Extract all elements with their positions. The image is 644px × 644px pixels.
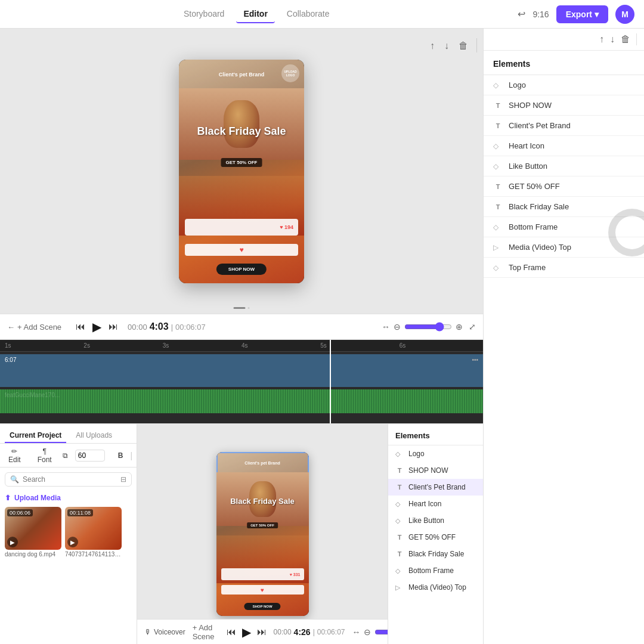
delete-button[interactable]: 🗑 [456, 38, 470, 54]
dog-image-area [179, 88, 304, 160]
bottom-element-get-off[interactable]: T GET 50% OFF [388, 529, 483, 546]
text-icon-brand: T [395, 484, 404, 491]
bottom-element-bottom-frame[interactable]: ◇ Bottom Frame [388, 562, 483, 579]
timeline-cursor[interactable] [330, 340, 331, 423]
top-element-label-brand: Client's Pet Brand [509, 121, 571, 130]
tick-6s: 6s [400, 342, 478, 349]
top-move-up-button[interactable]: ↑ [599, 34, 604, 45]
top-elements-title: Elements [484, 51, 644, 75]
phone-heart-bar: ♥ 194 [185, 219, 298, 236]
voiceover-button[interactable]: 🎙 Voiceover [144, 628, 185, 636]
top-element-label-bottom-frame: Bottom Frame [509, 222, 558, 231]
add-scene-top[interactable]: ← + Add Scene [7, 323, 61, 332]
top-element-heart[interactable]: ◇ Heart Icon [484, 136, 644, 156]
top-element-label-top-frame: Top Frame [509, 263, 546, 272]
tab-current-project[interactable]: Current Project [5, 429, 66, 443]
copy-icon-button[interactable]: ⧉ [59, 449, 72, 462]
shape-icon-heart: ◇ [395, 500, 404, 508]
bottom-zoom-slider[interactable] [374, 627, 388, 637]
bottom-elements-title: Elements [388, 424, 483, 445]
undo-button[interactable]: ↩ [518, 8, 525, 20]
nav-tabs: Storyboard Editor Collaborate [10, 5, 503, 23]
top-element-like[interactable]: ◇ Like Button [484, 156, 644, 177]
top-element-get-off[interactable]: T GET 50% OFF [484, 177, 644, 197]
tab-editor[interactable]: Editor [236, 5, 274, 23]
timeline-audio-track[interactable]: featGucciMane170... [0, 389, 483, 413]
bold-button[interactable]: B [114, 449, 127, 462]
zoom-slider[interactable] [404, 322, 452, 332]
separator-line: | [130, 451, 132, 460]
font-size-input[interactable] [75, 450, 105, 462]
upload-media-button[interactable]: ⬆ Upload Media [5, 494, 132, 502]
thumb-duration-2: 00:11:08 [67, 509, 93, 516]
bottom-element-shop-now[interactable]: T SHOP NOW [388, 462, 483, 479]
top-elements-panel: ↑ ↓ 🗑 Elements ◇ Logo T SHOP NOW T Clien… [483, 29, 644, 644]
bottom-fit-button[interactable]: ↔ [352, 627, 360, 637]
add-scene-bottom[interactable]: + Add Scene [193, 623, 215, 641]
edit-button[interactable]: ✏ Edit [5, 445, 24, 466]
timecode-display: 00:00 4:03 | 00:06:07 [128, 321, 206, 332]
bottom-play-button[interactable]: ▶ [242, 625, 251, 639]
filter-icon[interactable]: ⊟ [120, 475, 126, 484]
top-video-icon-media-top: ▷ [493, 243, 503, 252]
tick-2s: 2s [83, 342, 162, 349]
thumb-play-1[interactable]: ▶ [7, 537, 18, 547]
font-button[interactable]: ¶ Font [34, 445, 55, 466]
top-move-down-button[interactable]: ↓ [610, 34, 615, 45]
tab-storyboard[interactable]: Storyboard [177, 5, 231, 23]
bottom-element-logo[interactable]: ◇ Logo [388, 445, 483, 462]
top-element-top-frame[interactable]: ◇ Top Frame [484, 258, 644, 278]
bottom-element-media-top[interactable]: ▷ Media (Video) Top [388, 579, 483, 596]
top-delete-button[interactable]: 🗑 [621, 34, 630, 45]
bottom-element-like[interactable]: ◇ Like Button [388, 512, 483, 529]
timecode-total: 00:06:07 [175, 323, 206, 332]
bottom-element-brand[interactable]: T Client's Pet Brand [388, 479, 483, 496]
tab-all-uploads[interactable]: All Uploads [71, 429, 117, 443]
bottom-fast-forward-button[interactable]: ⏭ [257, 627, 267, 637]
media-thumb-2[interactable]: 00:11:08 ▶ [65, 507, 122, 550]
top-element-logo[interactable]: ◇ Logo [484, 75, 644, 95]
rewind-button[interactable]: ⏮ [76, 321, 85, 332]
search-box: 🔍 ⊟ [5, 472, 132, 487]
timecode-current: 4:03 [150, 321, 169, 332]
search-input[interactable] [23, 475, 117, 484]
tick-5s: 5s [320, 342, 399, 349]
audio-waveform [0, 389, 483, 413]
move-up-button[interactable]: ↑ [428, 38, 437, 54]
bottom-element-black-friday[interactable]: T Black Friday Sale [388, 546, 483, 562]
main-area: ↑ ↓ 🗑 Client's pet Brand UPLOAD LOGO [0, 29, 644, 644]
timeline-area[interactable]: 1s 2s 3s 4s 5s 6s 6:07 ••• featGucciMane… [0, 340, 483, 423]
top-text-icon-black-friday: T [493, 203, 503, 210]
bottom-rewind-button[interactable]: ⏮ [227, 627, 236, 637]
preview-toolbar: ↑ ↓ 🗑 [423, 33, 483, 58]
move-down-button[interactable]: ↓ [442, 38, 451, 54]
phone-heart-count: ♥ 194 [280, 224, 293, 230]
thumb-play-2[interactable]: ▶ [67, 537, 78, 547]
top-panel-toolbar: ↑ ↓ 🗑 [484, 29, 644, 51]
bottom-zoom-out-button[interactable]: ⊖ [364, 627, 371, 637]
media-thumb-1[interactable]: 00:06:06 ▶ [5, 507, 61, 550]
thumb-label-2: 7407371476141133... [65, 551, 122, 558]
top-element-brand[interactable]: T Client's Pet Brand [484, 116, 644, 136]
top-element-label-logo: Logo [509, 80, 526, 89]
export-label: Export [566, 10, 592, 19]
export-button[interactable]: Export ▾ [556, 5, 608, 23]
zoom-out-button[interactable]: ⊖ [394, 322, 401, 332]
time-display: 9:16 [532, 10, 549, 19]
tab-collaborate[interactable]: Collaborate [280, 5, 337, 23]
top-text-icon-brand: T [493, 122, 503, 129]
track-overflow-icon: ••• [472, 357, 478, 363]
element-label-bottom-frame: Bottom Frame [408, 566, 454, 575]
timeline-video-track[interactable]: 6:07 ••• [0, 354, 483, 387]
bottom-element-heart[interactable]: ◇ Heart Icon [388, 496, 483, 512]
expand-button[interactable]: ⤢ [469, 322, 476, 332]
list-item: 00:11:08 ▶ 7407371476141133... [65, 507, 122, 558]
timeline-ruler: 1s 2s 3s 4s 5s 6s [0, 340, 483, 352]
fast-forward-button[interactable]: ⏭ [109, 321, 118, 332]
top-element-shop-now[interactable]: T SHOP NOW [484, 95, 644, 116]
zoom-in-button[interactable]: ⊕ [456, 322, 463, 332]
play-button[interactable]: ▶ [92, 320, 101, 334]
fit-button[interactable]: ↔ [382, 322, 390, 332]
heart-icon: ♥ [239, 246, 243, 254]
bottom-zoom-controls: ↔ ⊖ [352, 627, 388, 637]
